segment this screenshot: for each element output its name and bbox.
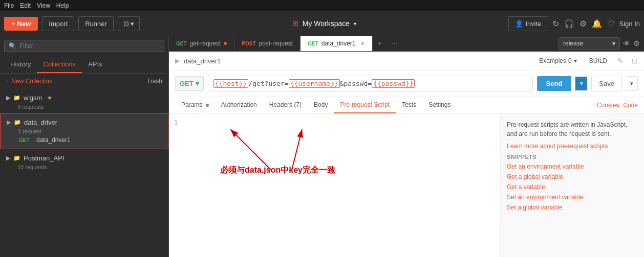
collection-name-wgsm: w'gsm [24,94,42,102]
edit-icon[interactable]: ✎ [617,57,624,65]
annotation-arrows [189,114,445,191]
workspace-name: My Workspace [303,19,350,28]
snippet-set-env[interactable]: Set an environment variable [507,194,638,201]
build-button[interactable]: BUILD [589,57,607,64]
search-wrap[interactable]: 🔍 [4,40,164,52]
tab-name-data-driver1: data_driver1 [321,40,356,47]
expand-icon[interactable]: ⊡ [632,57,638,65]
collection-count-data-driver: 1 request [7,128,162,134]
tab-history[interactable]: History [4,56,37,73]
snippet-get-global[interactable]: Get a global variable [507,173,638,180]
import-button[interactable]: Import [42,16,74,31]
folder-icon: 📁 [13,95,20,101]
environment-selector[interactable]: release ▾ [559,37,620,50]
sidebar-collections: ▶ 📁 w'gsm ★ 3 requests ▶ 📁 data_driver 1… [0,89,168,257]
menu-help[interactable]: Help [56,2,69,9]
collection-data-driver[interactable]: ▶ 📁 data_driver 1 request GET data_drive… [0,113,168,149]
env-name: release [563,40,583,47]
heart-icon[interactable]: ♡ [607,19,614,29]
settings-icon[interactable]: ⚙ [579,19,587,29]
collection-header-data-driver: ▶ 📁 data_driver [7,116,162,128]
tabs-bar: GET get-request POST post-request GET da… [169,36,554,51]
req-tab-authorization[interactable]: Authorization [215,97,263,113]
send-button[interactable]: Send [537,76,572,91]
sync-icon[interactable]: ↻ [552,19,559,29]
body-split: 1 必须与data.json中key [169,114,644,257]
snippet-get-env[interactable]: Get an environment variable [507,163,638,170]
new-button[interactable]: + New [4,17,38,31]
collection-postman-api[interactable]: ▶ 📁 Postman_API 10 requests [0,149,168,173]
req-tab-tests[interactable]: Tests [396,97,422,113]
headphones-icon[interactable]: 🎧 [564,19,574,29]
tab-dot-unsaved [224,42,227,45]
settings-env-icon[interactable]: ⚙ [633,39,640,48]
url-plain-2: &passwd= [340,80,372,87]
collection-name-data-driver: data_driver [24,119,57,126]
tab-close-icon[interactable]: ✕ [360,40,365,47]
snippet-set-global[interactable]: Set a global variable [507,204,638,211]
save-arrow-button[interactable]: ▾ [626,76,638,91]
top-bar: + New Import Runner ⊡ ▾ ⊞ My Workspace ▾… [0,11,644,36]
search-input[interactable] [19,42,160,50]
req-tab-settings[interactable]: Settings [422,97,457,113]
sidebar-search: 🔍 [0,36,168,56]
chevron-down-icon-examples: ▾ [574,57,577,64]
tab-data-driver1[interactable]: GET data_driver1 ✕ [300,36,373,51]
tab-name-post-request: post-request [259,40,293,47]
annotation-text: 必须与data.json中key完全一致 [220,165,335,176]
folder-icon-2: 📁 [14,119,21,126]
snippets-title: SNIPPETS [507,154,638,160]
examples-button[interactable]: Examples 0 ▾ [539,57,576,64]
runner-button[interactable]: Runner [78,16,114,31]
method-select[interactable]: GET ▾ [175,76,204,91]
req-tab-params[interactable]: Params [175,97,215,113]
cookies-link[interactable]: Cookies [597,102,619,109]
trash-button[interactable]: Trash [147,78,162,85]
main-layout: 🔍 History Collections APIs + New Collect… [0,36,644,257]
workspace-selector[interactable]: ⊞ My Workspace ▾ [144,19,504,28]
list-item[interactable]: GET data_driver1 [7,134,162,146]
method-badge-get: GET [19,137,33,143]
tab-post-request[interactable]: POST post-request [234,36,300,51]
tab-more-icon[interactable]: ··· [387,36,402,51]
url-input[interactable]: {{host}} /get?user= {{username}} &passwd… [208,76,533,91]
tab-collections[interactable]: Collections [37,56,82,73]
save-button[interactable]: Save [591,76,622,91]
code-link[interactable]: Code [623,102,638,109]
learn-more-link[interactable]: Learn more about pre-request scripts [507,143,638,150]
bell-icon[interactable]: 🔔 [592,19,602,29]
tab-get-request[interactable]: GET get-request [169,36,234,51]
snippet-get-var[interactable]: Get a variable [507,183,638,191]
signin-button[interactable]: Sign In [619,20,640,28]
top-right-icons: ↻ 🎧 ⚙ 🔔 ♡ Sign In [552,19,640,29]
body-editor[interactable]: 1 必须与data.json中key [169,114,501,257]
new-collection-button[interactable]: + New Collection [6,78,52,85]
sidebar-actions: + New Collection Trash [0,74,168,89]
collection-wgsm[interactable]: ▶ 📁 w'gsm ★ 3 requests [0,89,168,113]
send-arrow-button[interactable]: ▾ [575,77,587,90]
url-var-passwd: {{passwd}} [372,79,415,88]
request-tabs: Params Authorization Headers (7) Body Pr… [169,97,644,114]
menu-edit[interactable]: Edit [20,2,31,9]
eye-icon[interactable]: 👁 [623,39,630,48]
tab-add-icon[interactable]: + [373,36,387,51]
req-tab-body[interactable]: Body [308,97,334,113]
invite-button[interactable]: 👤 Invite [508,16,548,31]
svg-line-1 [230,129,271,170]
tab-method-get-1: GET [176,41,187,46]
req-tab-headers[interactable]: Headers (7) [263,97,308,113]
collection-count-wgsm: 3 requests [6,104,162,110]
tab-apis[interactable]: APIs [82,56,108,73]
menu-bar: File Edit View Help [0,0,644,11]
capture-button[interactable]: ⊡ ▾ [118,16,140,31]
breadcrumb-arrow: ▶ [175,57,180,64]
menu-file[interactable]: File [4,2,14,9]
req-tab-pre-request[interactable]: Pre-request Script [334,97,396,113]
collection-name-postman: Postman_API [24,154,65,162]
request-bar: ▶ data_driver1 Examples 0 ▾ BUILD ✎ ⊡ [169,52,644,71]
menu-view[interactable]: View [37,2,50,9]
sidebar: 🔍 History Collections APIs + New Collect… [0,36,169,257]
request-name: data_driver1 [36,136,71,144]
plus-icon: + [11,20,15,28]
chevron-down-icon-env: ▾ [612,40,615,47]
